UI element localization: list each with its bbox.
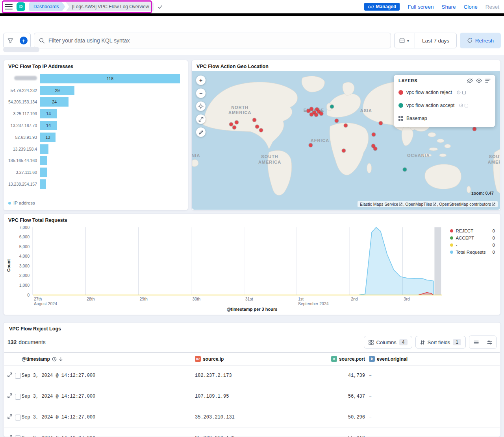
sort-fields-button[interactable]: Sort fields 1	[415, 336, 466, 348]
legend-item-dash[interactable]: -0	[450, 242, 495, 249]
map-point-reject[interactable]	[309, 107, 313, 111]
map-point-accept[interactable]	[330, 105, 334, 109]
legend-item-accept[interactable]: ACCEPT0	[450, 234, 495, 242]
full-screen-button[interactable]: Full screen	[408, 4, 434, 10]
map-point-reject[interactable]	[372, 133, 376, 136]
map-point-reject[interactable]	[256, 125, 259, 129]
expand-row-icon[interactable]	[7, 414, 12, 420]
map-point-reject[interactable]	[252, 118, 256, 122]
bar[interactable]	[40, 156, 47, 165]
bar[interactable]: 13	[40, 133, 56, 142]
space-avatar[interactable]: D	[17, 2, 25, 11]
legend-value: 0	[493, 236, 495, 240]
map-point-reject[interactable]	[373, 147, 377, 151]
refresh-button[interactable]: Refresh	[460, 33, 501, 48]
layer-checkbox[interactable]	[462, 91, 466, 94]
zoom-in-button[interactable]: +	[196, 76, 206, 85]
map-point-reject[interactable]	[315, 113, 318, 117]
grid-settings-button[interactable]	[483, 336, 496, 348]
row-checkbox[interactable]	[15, 394, 21, 400]
saved-query-filter-button[interactable]	[4, 33, 17, 48]
layer-order-icon[interactable]	[485, 78, 491, 83]
clone-button[interactable]: Clone	[463, 4, 477, 10]
legend-label: IP address	[13, 201, 35, 205]
menu-icon[interactable]	[5, 4, 13, 9]
locate-icon[interactable]	[196, 101, 206, 111]
attribution-link[interactable]: Elastic Maps Service	[360, 202, 398, 207]
legend-label: -	[456, 243, 490, 247]
breadcrumb: Dashboards [Logs AWS] VPC Flow Log Overv…	[29, 2, 163, 11]
map-point-reject[interactable]	[309, 143, 313, 147]
fit-to-data-icon[interactable]	[196, 114, 206, 124]
show-all-layers-icon[interactable]	[476, 78, 482, 83]
map-point-accept[interactable]	[403, 168, 406, 171]
map-point-reject[interactable]	[310, 113, 313, 116]
hide-all-layers-icon[interactable]	[467, 78, 473, 83]
legend-item-reject[interactable]: REJECT0	[450, 227, 495, 234]
table-row[interactable]: Sep 3, 2024 @ 14:12:27.00035.203.210.131…	[4, 407, 500, 428]
layer-item-vpc-flow-action-accept[interactable]: vpc flow action accept	[398, 99, 491, 112]
x-tick-label: 28th	[87, 297, 95, 301]
expand-row-icon[interactable]	[7, 435, 12, 437]
column-header-event-original[interactable]: k event.original	[369, 356, 500, 362]
attribution-link[interactable]: OpenMapTiles	[405, 202, 432, 207]
add-filter-button[interactable]: +	[17, 33, 30, 48]
bar[interactable]: 29	[40, 86, 74, 95]
column-header-source-ip[interactable]: IP source.ip	[195, 356, 331, 362]
draw-tools-icon[interactable]	[196, 127, 206, 137]
bar-row: 54.206.153.13424	[7, 96, 182, 108]
time-range-label[interactable]: Last 7 days	[415, 33, 456, 48]
sort-desc-arrow-icon[interactable]	[59, 357, 63, 361]
bar[interactable]	[40, 179, 46, 189]
display-density-button[interactable]	[469, 336, 483, 348]
map-point-reject[interactable]	[229, 123, 233, 126]
search-icon	[39, 38, 45, 44]
layer-item-basemap[interactable]: Basemap	[398, 112, 491, 125]
search-input[interactable]	[48, 37, 386, 44]
external-link-icon	[492, 203, 495, 206]
layer-checkbox[interactable]	[465, 104, 468, 107]
map-point-reject[interactable]	[235, 120, 239, 124]
map-point-reject[interactable]	[233, 126, 236, 129]
bar[interactable]: 118	[40, 74, 180, 83]
attribution-link[interactable]: OpenStreetMap contributors	[439, 202, 491, 207]
breadcrumb-dashboards[interactable]: Dashboards	[29, 2, 65, 11]
map-point-reject[interactable]	[259, 128, 263, 132]
bar-row: 185.165.44.160	[7, 155, 182, 167]
bar[interactable]	[40, 144, 48, 154]
column-header-timestamp[interactable]: @timestamp	[22, 356, 195, 362]
bar[interactable]	[40, 168, 47, 177]
reset-button[interactable]: Reset	[485, 4, 499, 10]
horizontal-bar-chart: 11854.79.224.2322954.206.153.134243.25.1…	[4, 70, 188, 190]
world-map[interactable]: NORTH AMERICAEUROPEASIAAFRICASOUTH AMERI…	[192, 71, 500, 210]
table-row[interactable]: Sep 3, 2024 @ 14:12:27.00035.203.210.176…	[4, 428, 500, 437]
calendar-button[interactable]: ▼	[395, 33, 415, 48]
dashboard-controls-pill[interactable]	[3, 47, 39, 52]
bar[interactable]: 14	[40, 109, 57, 118]
cell-source-port: 50,296	[331, 415, 369, 420]
table-row[interactable]: Sep 3, 2024 @ 14:12:27.000107.189.1.9556…	[4, 386, 500, 407]
row-checkbox[interactable]	[15, 435, 21, 437]
bar-track	[40, 178, 182, 190]
map-point-reject[interactable]	[379, 122, 382, 125]
managed-badge[interactable]: Managed	[364, 3, 400, 11]
expand-row-icon[interactable]	[7, 393, 12, 400]
zoom-out-button[interactable]: −	[196, 89, 206, 98]
table-row[interactable]: Sep 3, 2024 @ 14:12:27.000182.237.2.1734…	[4, 365, 500, 386]
map-point-reject[interactable]	[473, 127, 476, 131]
map-point-reject[interactable]	[320, 112, 323, 116]
map-point-reject[interactable]	[344, 124, 348, 127]
row-checkbox[interactable]	[15, 415, 21, 420]
map-point-reject[interactable]	[335, 119, 338, 122]
columns-button[interactable]: Columns 4	[364, 336, 412, 348]
row-checkbox[interactable]	[15, 373, 21, 379]
share-button[interactable]: Share	[441, 4, 456, 10]
bar[interactable]: 24	[40, 97, 69, 107]
expand-row-icon[interactable]	[7, 372, 12, 379]
layer-item-vpc-flow-action-reject[interactable]: vpc flow action reject	[398, 86, 491, 99]
map-point-reject[interactable]	[342, 149, 345, 152]
bar[interactable]: 14	[40, 121, 57, 130]
legend-item-total-requests[interactable]: Total Requests0	[450, 249, 495, 256]
column-header-source-port[interactable]: # source.port	[331, 356, 369, 362]
chart-legend[interactable]: IP address	[4, 197, 188, 210]
